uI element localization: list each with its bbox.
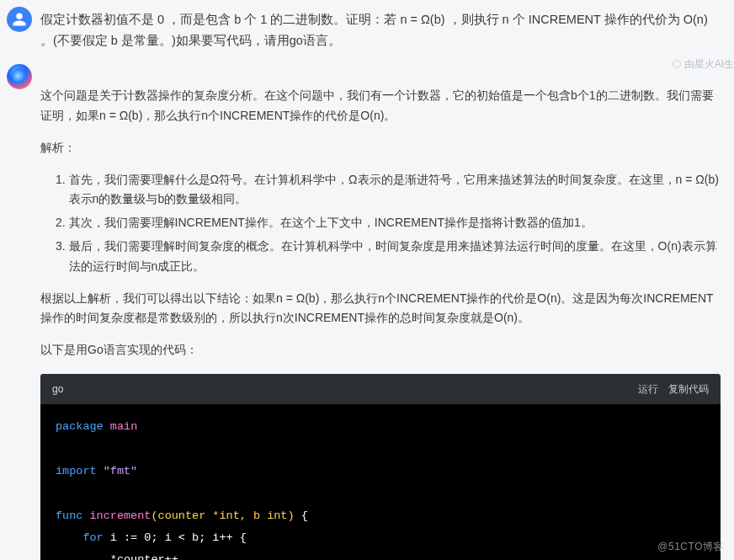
- code-block: go 运行 复制代码 package main import "fmt" fun…: [40, 374, 721, 560]
- copy-button[interactable]: 复制代码: [668, 381, 709, 397]
- list-item: 其次，我们需要理解INCREMENT操作。在这个上下文中，INCREMENT操作…: [69, 213, 721, 233]
- code-body: package main import "fmt" func increment…: [40, 404, 721, 560]
- ai-source-tag: 由星火AI生: [672, 56, 734, 72]
- code-actions: 运行 复制代码: [638, 381, 709, 397]
- watermark: @51CTO博客: [657, 538, 724, 555]
- spark-icon: [672, 59, 682, 69]
- code-lang-label: go: [52, 381, 63, 397]
- ai-message: 由星火AI生 这个问题是关于计数器操作的复杂度分析。在这个问题中，我们有一个计数…: [0, 57, 734, 560]
- user-avatar: [7, 7, 32, 32]
- question-text: 假定计数器初值不是 0 ，而是包含 b 个 1 的二进制数。证明：若 n = Ω…: [40, 7, 721, 51]
- run-button[interactable]: 运行: [638, 381, 658, 397]
- analysis-label: 解析：: [40, 138, 721, 158]
- conclusion-para: 根据以上解析，我们可以得出以下结论：如果n = Ω(b)，那么执行n个INCRE…: [40, 289, 721, 329]
- ai-avatar: [7, 64, 32, 89]
- list-item: 最后，我们需要理解时间复杂度的概念。在计算机科学中，时间复杂度是用来描述算法运行…: [69, 237, 721, 277]
- ai-source-label: 由星火AI生: [684, 56, 734, 72]
- code-intro-para: 以下是用Go语言实现的代码：: [40, 340, 721, 360]
- ai-answer: 由星火AI生 这个问题是关于计数器操作的复杂度分析。在这个问题中，我们有一个计数…: [40, 64, 721, 560]
- user-message: 假定计数器初值不是 0 ，而是包含 b 个 1 的二进制数。证明：若 n = Ω…: [0, 0, 734, 57]
- user-icon: [12, 12, 27, 27]
- analysis-list: 首先，我们需要理解什么是Ω符号。在计算机科学中，Ω表示的是渐进符号，它用来描述算…: [40, 170, 721, 277]
- code-header: go 运行 复制代码: [40, 374, 721, 404]
- intro-para: 这个问题是关于计数器操作的复杂度分析。在这个问题中，我们有一个计数器，它的初始值…: [40, 86, 721, 126]
- svg-point-0: [673, 61, 680, 68]
- list-item: 首先，我们需要理解什么是Ω符号。在计算机科学中，Ω表示的是渐进符号，它用来描述算…: [69, 170, 721, 211]
